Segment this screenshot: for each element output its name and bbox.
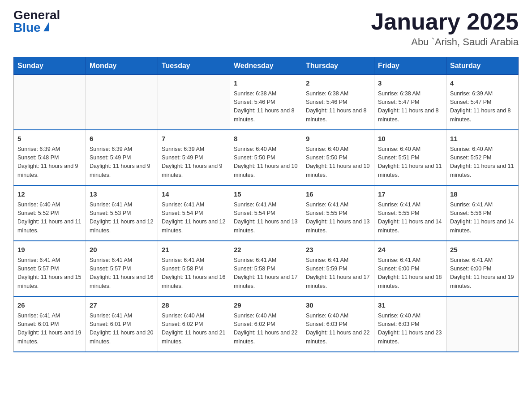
day-number: 3 [378, 78, 442, 89]
calendar-week-row: 26Sunrise: 6:41 AMSunset: 6:01 PMDayligh… [14, 296, 519, 352]
day-number: 14 [162, 189, 226, 200]
day-number: 27 [90, 300, 154, 311]
day-number: 30 [306, 300, 370, 311]
day-number: 18 [450, 189, 515, 200]
day-info: Sunrise: 6:41 AMSunset: 5:57 PMDaylight:… [17, 256, 82, 291]
calendar-week-row: 19Sunrise: 6:41 AMSunset: 5:57 PMDayligh… [14, 241, 519, 296]
day-number: 24 [378, 245, 442, 255]
calendar-body: 1Sunrise: 6:38 AMSunset: 5:46 PMDaylight… [14, 75, 519, 352]
calendar-cell: 23Sunrise: 6:41 AMSunset: 5:59 PMDayligh… [302, 241, 374, 296]
calendar-cell: 3Sunrise: 6:38 AMSunset: 5:47 PMDaylight… [374, 75, 446, 130]
weekday-header-saturday: Saturday [446, 57, 519, 75]
calendar-cell: 21Sunrise: 6:41 AMSunset: 5:58 PMDayligh… [158, 241, 230, 296]
day-number: 12 [17, 189, 82, 200]
day-number: 28 [162, 300, 226, 311]
day-number: 21 [162, 245, 226, 255]
day-info: Sunrise: 6:39 AMSunset: 5:49 PMDaylight:… [90, 145, 154, 180]
day-info: Sunrise: 6:40 AMSunset: 5:51 PMDaylight:… [378, 145, 442, 180]
day-info: Sunrise: 6:41 AMSunset: 6:00 PMDaylight:… [450, 256, 515, 291]
calendar-cell: 22Sunrise: 6:41 AMSunset: 5:58 PMDayligh… [230, 241, 302, 296]
calendar-cell: 19Sunrise: 6:41 AMSunset: 5:57 PMDayligh… [14, 241, 86, 296]
logo-triangle-icon [43, 22, 49, 31]
calendar-cell: 18Sunrise: 6:41 AMSunset: 5:56 PMDayligh… [446, 185, 519, 241]
calendar-cell: 6Sunrise: 6:39 AMSunset: 5:49 PMDaylight… [86, 130, 158, 185]
day-number: 31 [378, 300, 442, 311]
calendar-cell: 11Sunrise: 6:40 AMSunset: 5:52 PMDayligh… [446, 130, 519, 185]
calendar-cell: 13Sunrise: 6:41 AMSunset: 5:53 PMDayligh… [86, 185, 158, 241]
calendar-cell: 31Sunrise: 6:40 AMSunset: 6:03 PMDayligh… [374, 296, 446, 352]
day-number: 16 [306, 189, 370, 200]
day-number: 1 [234, 78, 298, 89]
weekday-header-monday: Monday [86, 57, 158, 75]
day-number: 29 [234, 300, 298, 311]
calendar-cell: 28Sunrise: 6:40 AMSunset: 6:02 PMDayligh… [158, 296, 230, 352]
day-number: 4 [450, 78, 515, 89]
day-info: Sunrise: 6:38 AMSunset: 5:46 PMDaylight:… [306, 90, 370, 124]
logo: General Blue [13, 9, 60, 34]
calendar-cell: 14Sunrise: 6:41 AMSunset: 5:54 PMDayligh… [158, 185, 230, 241]
calendar-cell: 9Sunrise: 6:40 AMSunset: 5:50 PMDaylight… [302, 130, 374, 185]
day-number: 11 [450, 134, 515, 144]
calendar-cell: 8Sunrise: 6:40 AMSunset: 5:50 PMDaylight… [230, 130, 302, 185]
calendar-cell: 25Sunrise: 6:41 AMSunset: 6:00 PMDayligh… [446, 241, 519, 296]
calendar-cell: 4Sunrise: 6:39 AMSunset: 5:47 PMDaylight… [446, 75, 519, 130]
day-number: 13 [90, 189, 154, 200]
day-info: Sunrise: 6:41 AMSunset: 5:53 PMDaylight:… [90, 201, 154, 235]
logo-general-text: General [13, 9, 60, 21]
calendar-cell: 5Sunrise: 6:39 AMSunset: 5:48 PMDaylight… [14, 130, 86, 185]
day-info: Sunrise: 6:40 AMSunset: 6:02 PMDaylight:… [162, 312, 226, 347]
weekday-header-thursday: Thursday [302, 57, 374, 75]
day-info: Sunrise: 6:41 AMSunset: 5:54 PMDaylight:… [162, 201, 226, 235]
day-info: Sunrise: 6:41 AMSunset: 5:58 PMDaylight:… [162, 256, 226, 291]
day-info: Sunrise: 6:40 AMSunset: 6:03 PMDaylight:… [378, 312, 442, 347]
day-number: 8 [234, 134, 298, 144]
day-info: Sunrise: 6:40 AMSunset: 5:50 PMDaylight:… [234, 145, 298, 180]
day-number: 26 [17, 300, 82, 311]
day-info: Sunrise: 6:39 AMSunset: 5:49 PMDaylight:… [162, 145, 226, 180]
weekday-header-wednesday: Wednesday [230, 57, 302, 75]
day-info: Sunrise: 6:38 AMSunset: 5:46 PMDaylight:… [234, 90, 298, 124]
title-block: January 2025 Abu `Arish, Saudi Arabia [371, 9, 519, 48]
day-number: 2 [306, 78, 370, 89]
day-info: Sunrise: 6:41 AMSunset: 5:55 PMDaylight:… [378, 201, 442, 235]
day-number: 23 [306, 245, 370, 255]
calendar-cell: 12Sunrise: 6:40 AMSunset: 5:52 PMDayligh… [14, 185, 86, 241]
day-number: 7 [162, 134, 226, 144]
day-info: Sunrise: 6:39 AMSunset: 5:47 PMDaylight:… [450, 90, 515, 124]
calendar-cell: 24Sunrise: 6:41 AMSunset: 6:00 PMDayligh… [374, 241, 446, 296]
weekday-header-tuesday: Tuesday [158, 57, 230, 75]
weekday-header-sunday: Sunday [14, 57, 86, 75]
day-info: Sunrise: 6:40 AMSunset: 5:50 PMDaylight:… [306, 145, 370, 180]
day-number: 19 [17, 245, 82, 255]
calendar-table: SundayMondayTuesdayWednesdayThursdayFrid… [13, 57, 519, 352]
month-title: January 2025 [371, 9, 519, 34]
day-info: Sunrise: 6:41 AMSunset: 6:01 PMDaylight:… [90, 312, 154, 347]
day-info: Sunrise: 6:40 AMSunset: 6:03 PMDaylight:… [306, 312, 370, 347]
day-info: Sunrise: 6:39 AMSunset: 5:48 PMDaylight:… [17, 145, 82, 180]
calendar-cell: 10Sunrise: 6:40 AMSunset: 5:51 PMDayligh… [374, 130, 446, 185]
day-info: Sunrise: 6:41 AMSunset: 5:54 PMDaylight:… [234, 201, 298, 235]
day-info: Sunrise: 6:41 AMSunset: 5:57 PMDaylight:… [90, 256, 154, 291]
day-number: 6 [90, 134, 154, 144]
weekday-header-row: SundayMondayTuesdayWednesdayThursdayFrid… [14, 57, 519, 75]
day-number: 9 [306, 134, 370, 144]
calendar-cell: 29Sunrise: 6:40 AMSunset: 6:02 PMDayligh… [230, 296, 302, 352]
day-info: Sunrise: 6:41 AMSunset: 5:59 PMDaylight:… [306, 256, 370, 291]
day-number: 15 [234, 189, 298, 200]
calendar-cell [446, 296, 519, 352]
calendar-cell [86, 75, 158, 130]
calendar-cell: 1Sunrise: 6:38 AMSunset: 5:46 PMDaylight… [230, 75, 302, 130]
calendar-cell: 15Sunrise: 6:41 AMSunset: 5:54 PMDayligh… [230, 185, 302, 241]
day-info: Sunrise: 6:40 AMSunset: 6:02 PMDaylight:… [234, 312, 298, 347]
calendar-cell: 17Sunrise: 6:41 AMSunset: 5:55 PMDayligh… [374, 185, 446, 241]
day-number: 10 [378, 134, 442, 144]
calendar-cell: 7Sunrise: 6:39 AMSunset: 5:49 PMDaylight… [158, 130, 230, 185]
day-number: 5 [17, 134, 82, 144]
calendar-cell: 26Sunrise: 6:41 AMSunset: 6:01 PMDayligh… [14, 296, 86, 352]
day-info: Sunrise: 6:41 AMSunset: 5:56 PMDaylight:… [450, 201, 515, 235]
day-number: 25 [450, 245, 515, 255]
day-number: 17 [378, 189, 442, 200]
calendar-cell: 30Sunrise: 6:40 AMSunset: 6:03 PMDayligh… [302, 296, 374, 352]
day-info: Sunrise: 6:41 AMSunset: 5:58 PMDaylight:… [234, 256, 298, 291]
calendar-cell: 20Sunrise: 6:41 AMSunset: 5:57 PMDayligh… [86, 241, 158, 296]
